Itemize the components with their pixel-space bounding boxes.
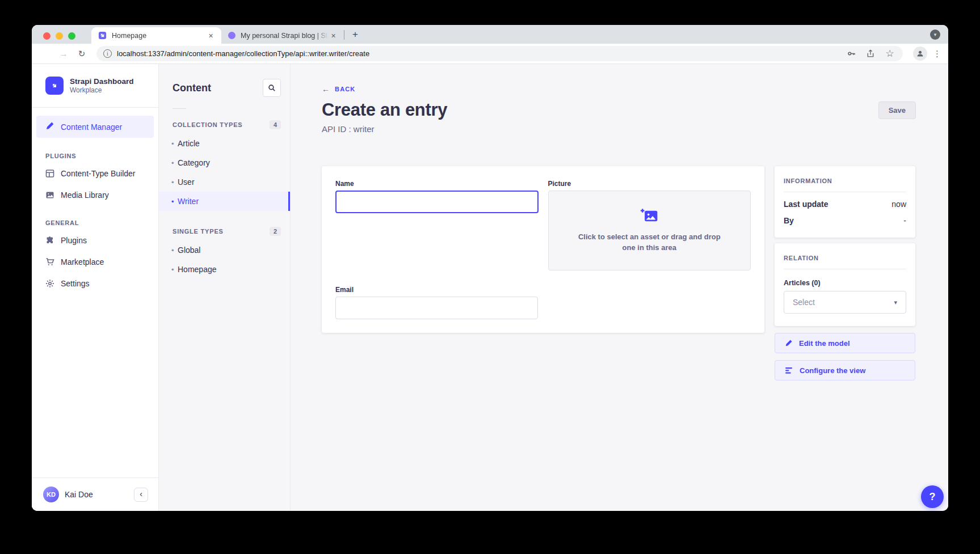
section-label-general: GENERAL (32, 206, 158, 230)
side-panels: INFORMATION Last update now By - RELATIO… (775, 166, 915, 380)
add-image-icon (640, 208, 659, 225)
divider (784, 269, 906, 269)
strapi-favicon (98, 31, 107, 40)
subnav-item-writer[interactable]: Writer (159, 192, 290, 211)
user-name: Kai Doe (65, 490, 134, 499)
main-content: BACK Create an entry Save API ID : write… (291, 64, 948, 511)
url-text[interactable]: localhost:1337/admin/content-manager/col… (117, 49, 838, 58)
name-input[interactable] (335, 191, 539, 213)
sidebar-item-label: Plugins (61, 236, 87, 245)
strapi-logo (45, 77, 64, 95)
divider (173, 108, 186, 109)
browser-menu-icon[interactable] (933, 49, 941, 59)
help-button[interactable]: ? (921, 485, 944, 508)
tab-search-button[interactable] (930, 29, 940, 40)
count-badge: 4 (270, 120, 281, 129)
subnav-item-category[interactable]: Category (159, 153, 290, 172)
sidebar-item-label: Marketplace (61, 257, 104, 267)
pen-icon (45, 121, 54, 132)
subnav-title: Content (173, 82, 211, 94)
group-label-single-types: SINGLE TYPES (173, 228, 270, 235)
articles-relation-label: Articles (0) (784, 279, 906, 287)
save-button[interactable]: Save (878, 102, 916, 119)
tab-close-icon[interactable] (206, 31, 216, 40)
chevron-down-icon (894, 299, 897, 306)
workspace-subtitle: Workplace (70, 86, 134, 94)
sidebar-item-content-manager[interactable]: Content Manager (36, 116, 154, 138)
puzzle-icon (45, 236, 54, 245)
tab-strapi-blog[interactable]: My personal Strapi blog | Strap (221, 27, 344, 44)
main-sidebar: Strapi Dashboard Workplace Content Manag… (32, 64, 159, 511)
pencil-icon (785, 339, 793, 347)
collapse-sidebar-button[interactable] (134, 488, 148, 502)
picture-field-label: Picture (548, 180, 751, 188)
email-input[interactable] (335, 297, 538, 319)
image-icon (45, 191, 54, 200)
browser-tab-strip: Homepage My personal Strapi blog | Strap (32, 25, 948, 44)
forward-button[interactable] (57, 47, 70, 61)
window-controls (43, 32, 75, 40)
back-link[interactable]: BACK (322, 84, 355, 94)
tab-close-icon[interactable] (329, 31, 338, 40)
user-row: KD Kai Doe (32, 477, 158, 511)
blog-favicon (228, 32, 235, 39)
last-update-row: Last update now (784, 200, 906, 209)
site-info-icon[interactable] (103, 49, 112, 58)
sidebar-item-label: Settings (61, 279, 90, 288)
configure-icon (785, 367, 793, 374)
configure-view-button[interactable]: Configure the view (775, 360, 915, 380)
tab-separator (344, 30, 344, 40)
sidebar-item-marketplace[interactable]: Marketplace (32, 251, 158, 273)
name-field-label: Name (335, 180, 539, 188)
sidebar-item-media-library[interactable]: Media Library (32, 184, 158, 206)
articles-select[interactable]: Select (784, 291, 906, 314)
search-button[interactable] (263, 79, 281, 97)
browser-window: Homepage My personal Strapi blog | Strap… (32, 25, 948, 511)
user-avatar: KD (43, 487, 59, 502)
share-icon[interactable] (864, 48, 877, 60)
sidebar-item-settings[interactable]: Settings (32, 273, 158, 294)
subnav-item-user[interactable]: User (159, 172, 290, 192)
subnav-item-article[interactable]: Article (159, 134, 290, 153)
tab-title: My personal Strapi blog | Strap (241, 32, 329, 40)
zoom-window-button[interactable] (68, 32, 75, 40)
subnav-item-homepage[interactable]: Homepage (159, 260, 290, 279)
page-title: Create an entry (322, 100, 447, 120)
relation-panel: RELATION Articles (0) Select (775, 243, 915, 326)
bookmark-star-icon[interactable] (884, 48, 896, 60)
sidebar-item-content-type-builder[interactable]: Content-Type Builder (32, 163, 158, 184)
section-label-plugins: PLUGINS (32, 139, 158, 163)
count-badge: 2 (270, 227, 281, 236)
subnav-item-global[interactable]: Global (159, 240, 290, 260)
entry-form-card: Name Picture (322, 166, 764, 333)
tab-title: Homepage (112, 32, 206, 40)
key-icon[interactable] (845, 48, 857, 60)
minimize-window-button[interactable] (56, 32, 63, 40)
new-tab-button[interactable] (348, 27, 363, 42)
picture-dropzone[interactable]: Click to select an asset or drag and dro… (548, 191, 751, 270)
api-id-subtitle: API ID : writer (322, 124, 916, 134)
strapi-admin: Strapi Dashboard Workplace Content Manag… (32, 64, 948, 511)
information-panel: INFORMATION Last update now By - (775, 166, 915, 238)
address-bar[interactable]: localhost:1337/admin/content-manager/col… (96, 46, 903, 61)
browser-profile-avatar[interactable] (913, 46, 927, 61)
sidebar-item-label: Content Manager (61, 122, 122, 132)
close-window-button[interactable] (43, 32, 51, 40)
sidebar-item-plugins[interactable]: Plugins (32, 230, 158, 251)
workspace-brand: Strapi Dashboard Workplace (32, 64, 158, 108)
layout-icon (45, 169, 54, 178)
gear-icon (45, 279, 54, 288)
sidebar-item-label: Content-Type Builder (61, 169, 136, 178)
divider (784, 192, 906, 192)
email-field-label: Email (335, 286, 538, 294)
search-icon (268, 84, 276, 92)
cart-icon (45, 257, 54, 267)
dropzone-hint: Click to select an asset or drag and dro… (571, 232, 728, 253)
by-row: By - (784, 216, 906, 225)
reload-button[interactable] (75, 47, 89, 61)
tabs: Homepage My personal Strapi blog | Strap (91, 25, 363, 44)
browser-toolbar: localhost:1337/admin/content-manager/col… (32, 44, 948, 64)
relation-heading: RELATION (784, 255, 906, 261)
edit-model-button[interactable]: Edit the model (775, 333, 915, 353)
tab-homepage[interactable]: Homepage (91, 27, 221, 44)
